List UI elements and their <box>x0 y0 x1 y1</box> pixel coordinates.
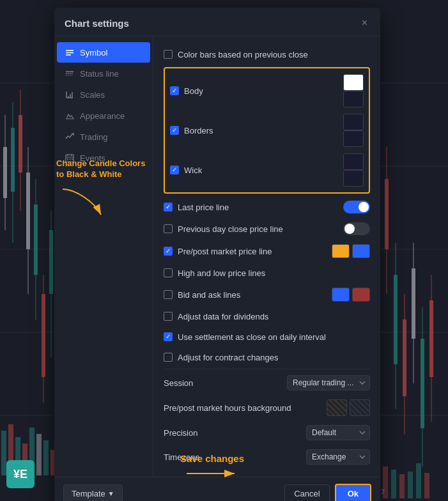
pre-post-bg-swatch-1[interactable] <box>327 399 347 416</box>
timezone-select[interactable]: Exchange <box>306 449 370 465</box>
body-controls <box>343 74 364 107</box>
dialog-header: Chart settings × <box>54 8 380 36</box>
sidebar-label-trading: Trading <box>80 132 108 142</box>
dividends-row: Adjust data for dividends <box>164 306 370 327</box>
settlement-row: Use settlement as close on daily interva… <box>164 327 370 347</box>
pre-post-bg-controls <box>327 399 370 416</box>
scales-icon <box>65 89 75 100</box>
last-price-toggle[interactable] <box>343 201 370 213</box>
svg-rect-50 <box>66 54 71 56</box>
template-label: Template <box>72 489 105 498</box>
bid-ask-text: Bid and ask lines <box>178 290 332 300</box>
sidebar-item-trading[interactable]: Trading <box>57 127 150 147</box>
separator-1 <box>164 369 370 369</box>
session-row: Session Regular trading ... <box>164 371 370 395</box>
contract-row: Adjust for contract changes <box>164 347 370 367</box>
timezone-label: Timezone <box>164 452 306 462</box>
settings-content: Color bars based on previous close Body <box>153 36 380 477</box>
dialog-title: Chart settings <box>65 18 129 29</box>
wick-row: Wick <box>170 150 364 190</box>
logo: ¥E <box>6 460 35 488</box>
template-chevron-icon: ▼ <box>108 490 114 497</box>
borders-label: Borders <box>179 126 343 135</box>
svg-rect-59 <box>66 155 73 162</box>
color-bars-label[interactable]: Color bars based on previous close <box>164 50 370 59</box>
trading-icon <box>65 132 75 142</box>
body-label: Body <box>179 86 343 96</box>
color-bars-checkbox[interactable] <box>164 50 173 59</box>
pre-post-bg-row: Pre/post market hours background <box>164 395 370 420</box>
precision-label: Precision <box>164 428 306 438</box>
sidebar-item-status-line[interactable]: Status line <box>57 63 150 84</box>
session-select[interactable]: Regular trading ... <box>287 375 370 390</box>
symbol-icon <box>65 47 75 58</box>
precision-select[interactable]: Default <box>306 425 370 440</box>
borders-controls <box>343 114 364 147</box>
pre-post-market-text: Pre/post market price line <box>178 247 332 256</box>
prev-day-toggle[interactable] <box>343 222 370 235</box>
wick-text: Wick <box>184 166 202 175</box>
bid-color[interactable] <box>332 288 350 302</box>
contract-checkbox[interactable] <box>164 353 173 362</box>
borders-color-swatch-2[interactable] <box>343 130 364 147</box>
dialog-body: Symbol Status line <box>54 36 380 477</box>
last-price-text: Last price line <box>178 203 343 212</box>
borders-color-swatch-1[interactable] <box>343 114 364 130</box>
sidebar-label-appearance: Appearance <box>80 111 125 121</box>
high-low-checkbox[interactable] <box>164 268 173 277</box>
prev-day-checkbox[interactable] <box>164 224 173 233</box>
close-button[interactable]: × <box>359 17 370 29</box>
sidebar-label-symbol: Symbol <box>80 48 107 58</box>
body-text: Body <box>184 86 203 96</box>
settlement-checkbox[interactable] <box>164 332 173 341</box>
prev-day-text: Previous day close price line <box>178 224 343 234</box>
pre-post-color-1[interactable] <box>332 244 350 258</box>
wick-color-swatch-1[interactable] <box>343 153 364 170</box>
last-price-controls <box>343 201 370 213</box>
sidebar-item-appearance[interactable]: Appearance <box>57 105 150 126</box>
events-icon <box>65 153 75 163</box>
ask-color[interactable] <box>352 288 370 302</box>
settlement-text: Use settlement as close on daily interva… <box>178 332 370 342</box>
sidebar-item-scales[interactable]: Scales <box>57 84 150 105</box>
pre-post-color-2[interactable] <box>352 244 370 258</box>
pre-post-bg-swatch-2[interactable] <box>350 399 370 416</box>
dividends-checkbox[interactable] <box>164 312 173 321</box>
dialog-footer: Template ▼ Cancel Ok <box>54 477 380 501</box>
wick-checkbox[interactable] <box>170 166 179 174</box>
high-low-text: High and low price lines <box>178 268 370 278</box>
body-color-swatch-1[interactable] <box>343 74 364 91</box>
precision-row: Precision Default <box>164 420 370 445</box>
sidebar-item-symbol[interactable]: Symbol <box>57 42 150 63</box>
last-price-checkbox[interactable] <box>164 203 173 212</box>
candle-style-box: Body Borders <box>164 67 370 194</box>
pre-post-market-row: Pre/post market price line <box>164 240 370 263</box>
template-button[interactable]: Template ▼ <box>63 484 123 501</box>
wick-color-swatch-2[interactable] <box>343 170 364 187</box>
timezone-controls: Exchange <box>306 449 370 465</box>
precision-controls: Default <box>306 425 370 440</box>
borders-row: Borders <box>170 111 364 150</box>
body-color-swatch-2[interactable] <box>343 91 364 107</box>
svg-rect-48 <box>66 50 73 51</box>
pre-post-market-checkbox[interactable] <box>164 247 173 256</box>
svg-rect-64 <box>70 158 71 160</box>
borders-checkbox[interactable] <box>170 126 179 135</box>
wick-label: Wick <box>179 166 343 175</box>
body-checkbox[interactable] <box>170 86 179 95</box>
sidebar-item-events[interactable]: Events <box>57 148 150 168</box>
ok-button[interactable]: Ok <box>335 484 371 501</box>
last-price-row: Last price line <box>164 196 370 218</box>
pre-post-market-controls <box>332 244 370 258</box>
session-controls: Regular trading ... <box>287 375 370 390</box>
footer-right: Cancel Ok <box>284 484 371 501</box>
bid-ask-checkbox[interactable] <box>164 290 173 299</box>
sidebar-label-events: Events <box>80 153 105 163</box>
dividends-text: Adjust data for dividends <box>178 312 370 321</box>
chart-settings-dialog: Chart settings × Symbol <box>54 8 380 501</box>
cancel-button[interactable]: Cancel <box>284 484 329 501</box>
status-line-icon <box>65 68 75 79</box>
wick-controls <box>343 153 364 187</box>
prev-day-row: Previous day close price line <box>164 218 370 240</box>
borders-text: Borders <box>184 126 213 135</box>
